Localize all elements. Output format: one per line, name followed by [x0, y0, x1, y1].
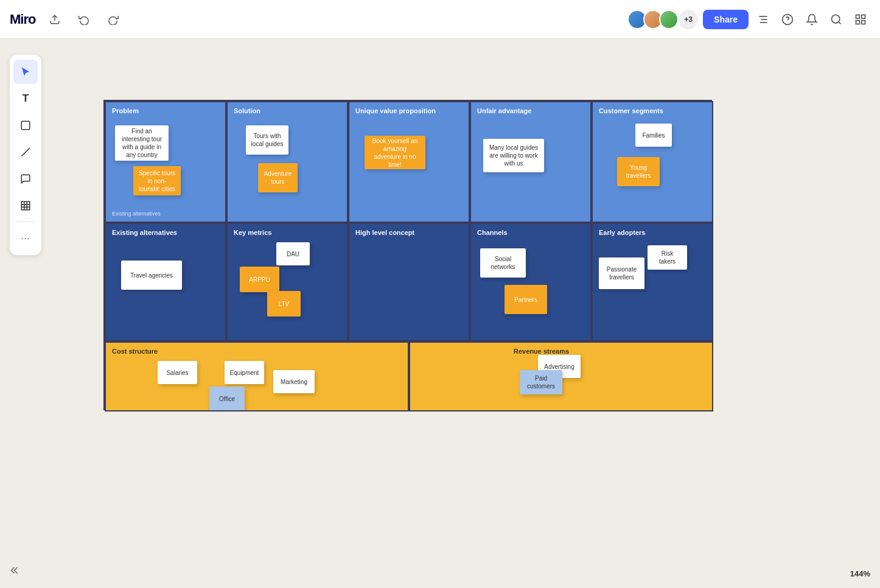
cell-existing: Existing alternatives Travel agencies: [105, 223, 226, 341]
avatar-3: [659, 10, 679, 29]
topbar: Miro +3 Share: [0, 0, 880, 39]
settings-icon[interactable]: [753, 10, 773, 29]
cell-concept: High level concept: [348, 223, 470, 341]
cell-uvp: Unique value proposition Book yourself a…: [348, 101, 470, 223]
search-icon[interactable]: [826, 10, 846, 29]
expand-panel-button[interactable]: [10, 564, 22, 578]
lean-canvas-board: Problem Find an interesting tour with a …: [103, 100, 712, 410]
avatar-count: +3: [679, 10, 698, 29]
sticky-salaries[interactable]: Salaries: [158, 361, 197, 384]
left-toolbar: T ···: [10, 55, 41, 255]
toolbar-divider: [16, 222, 35, 222]
metrics-label: Key metrics: [234, 229, 271, 236]
board-bottom-row: Cost structure Salaries Equipment Market…: [105, 341, 711, 411]
sticky-equipment[interactable]: Equipment: [225, 361, 264, 384]
cell-metrics: Key metrics DAU ARPPU LTV: [226, 223, 348, 341]
existing-label: Existing alternatives: [112, 229, 177, 236]
svg-point-6: [832, 15, 840, 23]
select-tool[interactable]: [13, 60, 38, 84]
notifications-icon[interactable]: [802, 10, 822, 29]
cell-revenue: Revenue streams Advertising Paid custome…: [409, 341, 713, 411]
sticky-tool[interactable]: [13, 113, 38, 138]
canvas-area[interactable]: Problem Find an interesting tour with a …: [0, 39, 880, 588]
cell-early-adopters: Early adopters Passionate travellers Ris…: [592, 223, 713, 341]
help-icon[interactable]: [778, 10, 797, 29]
sticky-local-guides[interactable]: Tours with local guides: [246, 125, 288, 155]
share-button[interactable]: Share: [703, 10, 749, 29]
upload-button[interactable]: [45, 10, 65, 29]
unfair-label: Unfair advantage: [477, 107, 531, 114]
sticky-young-travellers[interactable]: Young travellers: [617, 157, 660, 186]
undo-button[interactable]: [74, 10, 94, 29]
sticky-ltv[interactable]: LTV: [267, 291, 301, 317]
channels-label: Channels: [477, 229, 508, 236]
svg-rect-12: [21, 121, 30, 130]
cell-unfair: Unfair advantage Many local guides are w…: [470, 101, 592, 223]
board-top-row: Problem Find an interesting tour with a …: [105, 101, 711, 223]
redo-button[interactable]: [103, 10, 123, 29]
frame-tool[interactable]: [13, 194, 38, 218]
sticky-specific-tours[interactable]: Specific tours in non-touristic cities: [133, 166, 181, 195]
zoom-level: 144%: [850, 569, 870, 578]
cell-solution: Solution Tours with local guides Adventu…: [226, 101, 348, 223]
sticky-partners[interactable]: Partners: [505, 285, 547, 314]
svg-rect-11: [862, 20, 865, 24]
svg-rect-9: [862, 15, 865, 18]
cell-customers: Customer segments Families Young travell…: [592, 101, 713, 223]
sticky-office[interactable]: Office: [209, 387, 245, 411]
customer-label: Customer segments: [599, 107, 663, 114]
sticky-paid-customers[interactable]: Paid customers: [520, 370, 562, 394]
grid-icon[interactable]: [851, 10, 870, 29]
avatar-cluster: +3: [627, 10, 698, 29]
uvp-label: Unique value proposition: [355, 107, 436, 114]
cell-cost: Cost structure Salaries Equipment Market…: [105, 341, 409, 411]
svg-rect-14: [21, 201, 30, 210]
svg-rect-10: [856, 20, 860, 24]
sticky-arppu[interactable]: ARPPU: [240, 267, 279, 292]
comment-tool[interactable]: [13, 167, 38, 191]
sticky-guides-willing[interactable]: Many local guides are willing to work wi…: [483, 139, 544, 172]
text-tool[interactable]: T: [13, 86, 38, 111]
cell-channels: Channels Social networks Partners: [470, 223, 592, 341]
miro-logo: Miro: [10, 12, 35, 27]
board-middle-row: Existing alternatives Travel agencies Ke…: [105, 223, 711, 341]
cell-problem: Problem Find an interesting tour with a …: [105, 101, 226, 223]
more-tools[interactable]: ···: [13, 226, 38, 250]
line-tool[interactable]: [13, 140, 38, 164]
sticky-marketing[interactable]: Marketing: [273, 370, 315, 393]
cost-label: Cost structure: [112, 348, 158, 355]
sticky-families[interactable]: Families: [635, 124, 672, 147]
revenue-label: Revenue streams: [514, 348, 569, 355]
svg-rect-8: [856, 15, 860, 18]
early-adopters-label: Early adopters: [599, 229, 645, 236]
svg-line-13: [21, 148, 30, 156]
sticky-social-networks[interactable]: Social networks: [480, 248, 526, 278]
topbar-right: +3 Share: [627, 10, 870, 29]
sticky-dau[interactable]: DAU: [276, 242, 310, 265]
sticky-passionate[interactable]: Passionate travellers: [599, 257, 644, 289]
concept-label: High level concept: [355, 229, 414, 236]
sticky-travel-agencies[interactable]: Travel agencies: [121, 261, 182, 290]
sticky-find-tour[interactable]: Find an interesting tour with a guide in…: [115, 125, 169, 161]
svg-line-7: [839, 21, 841, 24]
solution-label: Solution: [234, 107, 260, 114]
sticky-risk-takers[interactable]: Risk takers: [648, 245, 687, 270]
problem-label: Problem: [112, 107, 139, 114]
sticky-book-adventure[interactable]: Book yourself an amazing adventure in no…: [365, 136, 425, 169]
topbar-left: Miro: [10, 10, 123, 29]
sticky-adventure-tours[interactable]: Adventure tours: [258, 163, 298, 192]
